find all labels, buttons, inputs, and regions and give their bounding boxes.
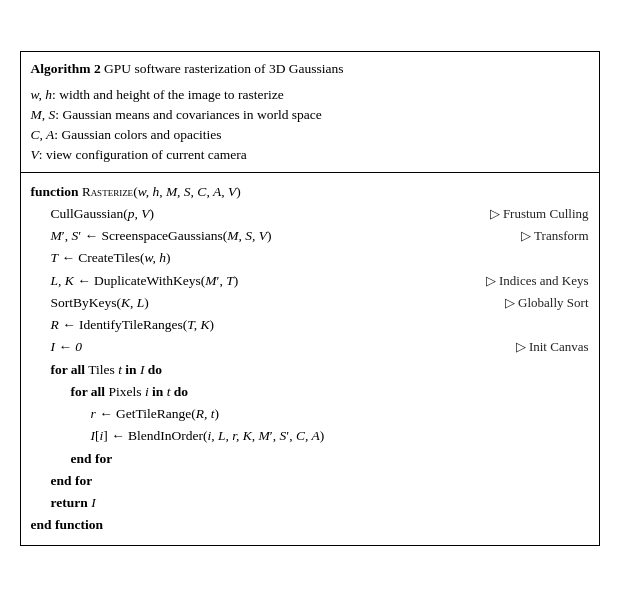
line-end-function: end function: [31, 514, 589, 536]
line-return: return I: [31, 492, 589, 514]
line-duplicate-keys: L, K ← DuplicateWithKeys(M′, T) ▷ Indice…: [31, 270, 589, 292]
param-line-3: C, A: Gaussian colors and opacities: [31, 125, 589, 145]
line-for-tiles: for all Tiles t in I do: [31, 359, 589, 381]
algorithm-params: w, h: width and height of the image to r…: [31, 85, 589, 166]
param-line-1: w, h: width and height of the image to r…: [31, 85, 589, 105]
algorithm-header: Algorithm 2 GPU software rasterization o…: [21, 52, 599, 172]
line-create-tiles: T ← CreateTiles(w, h): [31, 247, 589, 269]
comment-globally-sort: ▷ Globally Sort: [505, 292, 589, 313]
comment-indices-keys: ▷ Indices and Keys: [486, 270, 589, 291]
algorithm-box: Algorithm 2 GPU software rasterization o…: [20, 51, 600, 546]
line-sort-by-keys: SortByKeys(K, L) ▷ Globally Sort: [31, 292, 589, 314]
line-screenspace: M′, S′ ← ScreenspaceGaussians(M, S, V) ▷…: [31, 225, 589, 247]
line-blend-in-order: I[i] ← BlendInOrder(i, L, r, K, M′, S′, …: [31, 425, 589, 447]
function-signature-line: function Rasterize(w, h, M, S, C, A, V): [31, 181, 589, 203]
line-init-canvas: I ← 0 ▷ Init Canvas: [31, 336, 589, 358]
function-signature-code: function Rasterize(w, h, M, S, C, A, V): [31, 181, 579, 203]
param-line-4: V: view configuration of current camera: [31, 145, 589, 165]
algorithm-body: function Rasterize(w, h, M, S, C, A, V) …: [21, 173, 599, 545]
comment-frustum: ▷ Frustum Culling: [490, 203, 589, 224]
line-cull-gaussian: CullGaussian(p, V) ▷ Frustum Culling: [31, 203, 589, 225]
line-for-pixels: for all Pixels i in t do: [31, 381, 589, 403]
param-line-2: M, S: Gaussian means and covariances in …: [31, 105, 589, 125]
line-end-for-outer: end for: [31, 470, 589, 492]
line-identify-tile-ranges: R ← IdentifyTileRanges(T, K): [31, 314, 589, 336]
line-get-tile-range: r ← GetTileRange(R, t): [31, 403, 589, 425]
algorithm-label: Algorithm 2 GPU software rasterization o…: [31, 58, 344, 80]
line-end-for-inner: end for: [31, 448, 589, 470]
algorithm-title-line: Algorithm 2 GPU software rasterization o…: [31, 58, 589, 80]
comment-transform: ▷ Transform: [521, 225, 588, 246]
comment-init-canvas: ▷ Init Canvas: [516, 336, 589, 357]
